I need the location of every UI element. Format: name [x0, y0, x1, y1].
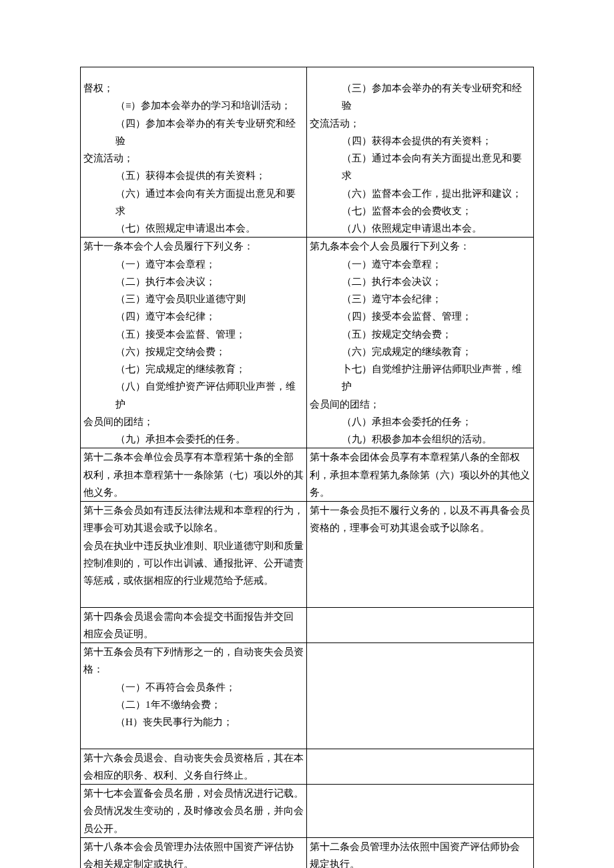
text-line: （三）遵守本会纪律；: [310, 290, 531, 308]
text-line: 理事会可劝其退会或予以除名。: [83, 519, 304, 536]
text-line: 交流活动；: [83, 149, 304, 167]
text-line: 会相应的职务、权利、义务自行终止。: [83, 767, 304, 784]
text-line: 会员情况发生变动的，及时修改会员名册，并向会: [83, 802, 304, 819]
text-line: （五）通过本会向有关方面提出意见和要求: [310, 149, 531, 185]
text-line: 第十三条会员如有违反法律法规和本章程的行为，: [83, 502, 304, 519]
text-line: [83, 731, 304, 748]
text-line: 第九条本会个人会员履行下列义务：: [310, 238, 531, 255]
table-row: 第十五条会员有下列情形之一的，自动丧失会员资格：（一）不再符合会员条件；（二）1…: [81, 643, 533, 749]
text-line: （九）承担本会委托的任务。: [83, 430, 304, 448]
text-line: （一）不再符合会员条件；: [83, 679, 304, 696]
text-line: （九）积极参加本会组织的活动。: [310, 430, 531, 448]
table-row: 第十二条本会单位会员享有本章程第十条的全部权利，承担本章程第十一条除第（七）项以…: [81, 448, 533, 502]
text-line: （七）依照规定申请退出本会。: [83, 220, 304, 237]
left-cell: 第十六条会员退会、自动丧失会员资格后，其在本会相应的职务、权利、义务自行终止。: [81, 749, 307, 785]
comparison-table: 督权；（≡）参加本会举办的学习和培训活动；（四）参加本会举办的有关专业研究和经验…: [80, 67, 534, 868]
text-line: （四）获得本会提供的有关资料；: [310, 132, 531, 149]
text-line: 第十条本会团体会员享有本章程第八条的全部权: [310, 448, 531, 466]
right-cell: 第九条本会个人会员履行下列义务：（一）遵守本会章程；（二）执行本会决议；（三）遵…: [307, 238, 533, 448]
table-row: 第十一条本会个人会员履行下列义务：（一）遵守本会章程；（二）执行本会决议；（三）…: [81, 238, 533, 448]
table-row: 督权；（≡）参加本会举办的学习和培训活动；（四）参加本会举办的有关专业研究和经验…: [81, 67, 533, 238]
left-cell: 第十三条会员如有违反法律法规和本章程的行为，理事会可劝其退会或予以除名。会员在执…: [81, 502, 307, 607]
right-cell: 第十二条会员管理办法依照中国资产评估师协会规定执行。: [307, 838, 533, 868]
text-line: 等惩戒，或依据相应的行业规范给予惩戒。: [83, 572, 304, 589]
text-line: （七）完成规定的继续教育；: [83, 360, 304, 378]
text-line: （四）接受本会监督、管理；: [310, 308, 531, 325]
table-row: 第十六条会员退会、自动丧失会员资格后，其在本会相应的职务、权利、义务自行终止。: [81, 749, 533, 785]
text-line: 督权；: [83, 67, 304, 97]
text-line: （三）参加本会举办的有关专业研究和经验: [310, 67, 531, 115]
text-line: [83, 589, 304, 606]
text-line: 会员在执业中违反执业准则、职业道德守则和质量: [83, 537, 304, 554]
text-line: （六）按规定交纳会费；: [83, 343, 304, 360]
left-cell: 第十四条会员退会需向本会提交书面报告并交回相应会员证明。: [81, 608, 307, 643]
right-cell: 第十条本会团体会员享有本章程第八条的全部权利，承担本章程第九条除第（六）项以外的…: [307, 448, 533, 501]
text-line: 权利，承担本章程第十一条除第（七）项以外的其: [83, 466, 304, 484]
text-line: 第十六条会员退会、自动丧失会员资格后，其在本: [83, 749, 304, 767]
text-line: （一）遵守本会章程；: [83, 256, 304, 273]
right-cell: [307, 608, 533, 643]
text-line: （五）按规定交纳会费；: [310, 326, 531, 343]
text-line: （七）监督本会的会费收支；: [310, 202, 531, 220]
text-line: （五）获得本会提供的有关资料；: [83, 167, 304, 184]
text-line: （八）自觉维护资产评估师职业声誉，维护: [83, 378, 304, 413]
text-line: 第十二条会员管理办法依照中国资产评估师协会: [310, 838, 531, 855]
text-line: 第十五条会员有下列情形之一的，自动丧失会员资: [83, 643, 304, 661]
text-line: 第十四条会员退会需向本会提交书面报告并交回: [83, 608, 304, 625]
text-line: （六）完成规定的继续教育；: [310, 343, 531, 360]
right-cell: （三）参加本会举办的有关专业研究和经验交流活动；（四）获得本会提供的有关资料；（…: [307, 67, 533, 237]
text-line: （H）丧失民事行为能力；: [83, 713, 304, 731]
text-line: 第十一条本会个人会员履行下列义务：: [83, 238, 304, 255]
text-line: （六）监督本会工作，提出批评和建议；: [310, 185, 531, 202]
text-line: 员公开。: [83, 820, 304, 837]
text-line: 相应会员证明。: [83, 625, 304, 642]
table-row: 第十四条会员退会需向本会提交书面报告并交回相应会员证明。: [81, 608, 533, 644]
text-line: 会员间的团结；: [310, 396, 531, 413]
text-line: 务。: [310, 484, 531, 501]
table-row: 第十八条本会会员管理办法依照中国资产评估协会相关规定制定或执行。第十二条会员管理…: [81, 838, 533, 868]
text-line: 第十一条会员拒不履行义务的，以及不再具备会员: [310, 502, 531, 519]
left-cell: 第十二条本会单位会员享有本章程第十条的全部权利，承担本章程第十一条除第（七）项以…: [81, 448, 307, 501]
text-line: （三）遵守会员职业道德守则: [83, 290, 304, 308]
table-row: 第十三条会员如有违反法律法规和本章程的行为，理事会可劝其退会或予以除名。会员在执…: [81, 502, 533, 608]
right-cell: [307, 643, 533, 749]
left-cell: 督权；（≡）参加本会举办的学习和培训活动；（四）参加本会举办的有关专业研究和经验…: [81, 67, 307, 237]
text-line: （四）遵守本会纪律；: [83, 308, 304, 325]
text-line: （二）1年不缴纳会费；: [83, 696, 304, 713]
text-line: （五）接受本会监督、管理；: [83, 326, 304, 343]
left-cell: 第十七本会置备会员名册，对会员情况进行记载。会员情况发生变动的，及时修改会员名册…: [81, 785, 307, 837]
text-line: 利，承担本章程第九条除第（六）项以外的其他义: [310, 466, 531, 484]
text-line: （八）依照规定申请退出本会。: [310, 220, 531, 237]
right-cell: 第十一条会员拒不履行义务的，以及不再具备会员资格的，理事会可劝其退会或予以除名。: [307, 502, 533, 607]
text-line: 交流活动；: [310, 115, 531, 132]
right-cell: [307, 785, 533, 837]
text-line: 会员间的团结；: [83, 413, 304, 430]
text-line: 控制准则的，可以作出训诫、通报批评、公开谴责: [83, 554, 304, 572]
left-cell: 第十五条会员有下列情形之一的，自动丧失会员资格：（一）不再符合会员条件；（二）1…: [81, 643, 307, 749]
text-line: 格：: [83, 661, 304, 678]
text-line: 规定执行。: [310, 855, 531, 868]
text-line: （≡）参加本会举办的学习和培训活动；: [83, 97, 304, 114]
table-row: 第十七本会置备会员名册，对会员情况进行记载。会员情况发生变动的，及时修改会员名册…: [81, 785, 533, 838]
text-line: 会相关规定制定或执行。: [83, 855, 304, 868]
text-line: （二）执行本会决议；: [310, 273, 531, 290]
text-line: 第十七本会置备会员名册，对会员情况进行记载。: [83, 785, 304, 802]
text-line: 他义务。: [83, 484, 304, 501]
left-cell: 第十一条本会个人会员履行下列义务：（一）遵守本会章程；（二）执行本会决议；（三）…: [81, 238, 307, 448]
text-line: （八）承担本会委托的任务；: [310, 413, 531, 430]
text-line: （四）参加本会举办的有关专业研究和经验: [83, 115, 304, 150]
text-line: （六）通过本会向有关方面提出意见和要求: [83, 185, 304, 220]
right-cell: [307, 749, 533, 785]
left-cell: 第十八条本会会员管理办法依照中国资产评估协会相关规定制定或执行。: [81, 838, 307, 868]
text-line: （一）遵守本会章程；: [310, 256, 531, 273]
text-line: 卜七）自觉维护注册评估师职业声誉，维护: [310, 360, 531, 396]
text-line: 资格的，理事会可劝其退会或予以除名。: [310, 519, 531, 536]
text-line: （二）执行本会决议；: [83, 273, 304, 290]
text-line: 第十二条本会单位会员享有本章程第十条的全部: [83, 448, 304, 466]
text-line: 第十八条本会会员管理办法依照中国资产评估协: [83, 838, 304, 855]
